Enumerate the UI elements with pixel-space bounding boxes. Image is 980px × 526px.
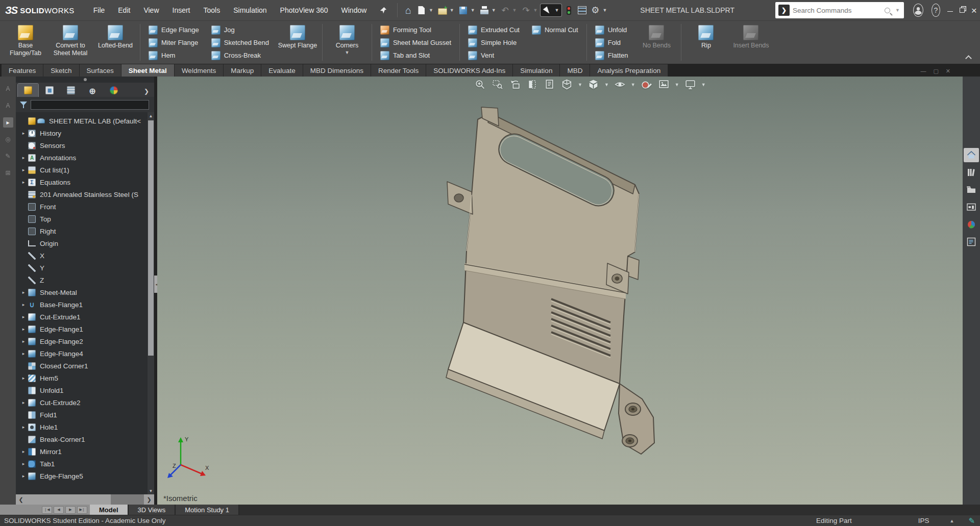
dock-tool-5-icon[interactable]: ✎ — [3, 151, 13, 161]
first-tab-button[interactable]: ❘◀ — [42, 506, 52, 514]
apply-scene-icon[interactable] — [657, 78, 670, 91]
graphics-viewport[interactable]: ▼▼▼▼▼ — [157, 77, 963, 505]
forming-tool-button[interactable]: Forming Tool — [378, 23, 453, 36]
base-flange-tab-button[interactable]: Base Flange/Tab — [3, 22, 48, 64]
sketched-bend-button[interactable]: Sketched Bend — [209, 36, 271, 49]
search-icon[interactable] — [885, 8, 890, 13]
tree-item-cut-extrude1[interactable]: ▸Cut-Extrude1 — [16, 311, 148, 323]
expand-arrow-icon[interactable]: ▸ — [20, 449, 27, 454]
tree-item-cut-list-1[interactable]: ▸Cut list(1) — [16, 164, 148, 176]
tree-item-top[interactable]: Top — [16, 213, 148, 225]
help-button[interactable]: ? — [932, 4, 940, 17]
hscrollbar-track[interactable] — [26, 494, 144, 505]
expand-arrow-icon[interactable]: ▸ — [20, 155, 27, 160]
expand-arrow-icon[interactable]: ▸ — [20, 473, 27, 479]
dropdown-caret-icon[interactable]: ▼ — [512, 8, 517, 13]
dock-tool-3-icon[interactable]: ▸ — [3, 117, 13, 128]
extruded-cut-button[interactable]: Extruded Cut — [466, 23, 522, 36]
tab-evaluate[interactable]: Evaluate — [261, 64, 303, 77]
lofted-bend-button[interactable]: Lofted-Bend — [93, 22, 138, 64]
doc-restore-icon[interactable]: ▢ — [933, 68, 938, 74]
flatten-button[interactable]: Flatten — [593, 49, 630, 62]
tree-item-201-annealed-stainless-steel-s[interactable]: 201 Annealed Stainless Steel (S — [16, 188, 148, 201]
expand-arrow-icon[interactable]: ▸ — [20, 351, 27, 356]
tree-filter-input[interactable] — [31, 100, 149, 110]
undo-button[interactable]: ▼ — [499, 4, 519, 16]
menu-view[interactable]: View — [137, 4, 165, 17]
previous-view-icon[interactable] — [508, 78, 521, 91]
minimize-button[interactable] — [944, 0, 956, 20]
units-caret-icon[interactable]: ▲ — [950, 518, 954, 523]
tab-dimxpert-manager[interactable] — [82, 84, 103, 97]
hide-show-items-icon[interactable] — [614, 78, 626, 91]
tab-analysis-preparation[interactable]: Analysis Preparation — [590, 64, 668, 77]
corners-button[interactable]: Corners▼ — [325, 22, 370, 64]
expand-arrow-icon[interactable]: ▸ — [20, 400, 27, 405]
menu-window[interactable]: Window — [335, 4, 374, 17]
dock-tool-1-icon[interactable]: A — [3, 84, 13, 94]
tab-features[interactable]: Features — [2, 64, 43, 77]
model-left-tab-hole[interactable] — [454, 194, 463, 202]
file-properties-button[interactable] — [576, 4, 588, 16]
tree-item-base-flange1[interactable]: ▸Base-Flange1 — [16, 298, 148, 311]
tab-simulation[interactable]: Simulation — [513, 64, 560, 77]
tree-item-front[interactable]: Front — [16, 201, 148, 213]
home-button[interactable] — [402, 4, 414, 16]
dropdown-caret-icon[interactable]: ▼ — [675, 82, 679, 87]
menu-simulation[interactable]: Simulation — [227, 4, 273, 17]
tab-render-tools[interactable]: Render Tools — [371, 64, 426, 77]
dropdown-caret-icon[interactable]: ▼ — [345, 50, 349, 55]
dropdown-caret-icon[interactable]: ▼ — [450, 8, 454, 13]
tree-item-origin[interactable]: Origin — [16, 237, 148, 249]
expand-arrow-icon[interactable]: ▸ — [20, 314, 27, 319]
previous-tab-button[interactable]: ◀ — [54, 506, 64, 514]
tree-item-sensors[interactable]: Sensors — [16, 139, 148, 152]
tree-item-unfold1[interactable]: Unfold1 — [16, 384, 148, 396]
home-button[interactable] — [964, 148, 979, 162]
last-tab-button[interactable]: ▶❘ — [77, 506, 87, 514]
convert-to-sheet-metal-button[interactable]: Convert to Sheet Metal — [48, 22, 93, 64]
expand-arrow-icon[interactable]: ▸ — [20, 180, 27, 185]
fold-button[interactable]: Fold — [593, 36, 630, 49]
view-orientation-icon[interactable] — [560, 78, 573, 91]
tree-item-break-corner1[interactable]: Break-Corner1 — [16, 433, 148, 445]
normal-cut-button[interactable]: Normal Cut — [530, 23, 580, 36]
tree-item-right[interactable]: Right — [16, 225, 148, 237]
tree-item-edge-flange2[interactable]: ▸Edge-Flange2 — [16, 335, 148, 347]
tree-item-cut-extrude2[interactable]: ▸Cut-Extrude2 — [16, 396, 148, 409]
tree-item-fold1[interactable]: Fold1 — [16, 409, 148, 421]
save-button[interactable]: ▼ — [457, 4, 477, 16]
file-explorer-button[interactable] — [964, 183, 979, 197]
expand-arrow-icon[interactable]: ▸ — [20, 290, 27, 295]
dropdown-caret-icon[interactable]: ▼ — [631, 82, 635, 87]
dropdown-caret-icon[interactable]: ▼ — [554, 8, 559, 13]
dropdown-caret-icon[interactable]: ▼ — [533, 8, 538, 13]
jog-button[interactable]: Jog — [209, 23, 271, 36]
tree-item-hem5[interactable]: ▸Hem5 — [16, 372, 148, 384]
tree-item-sheet-metal-lab-default[interactable]: SHEET METAL LAB (Default< — [16, 115, 148, 127]
swept-flange-button[interactable]: Swept Flange — [275, 22, 320, 64]
tree-item-x[interactable]: X — [16, 249, 148, 262]
tree-item-history[interactable]: ▸History — [16, 127, 148, 139]
zoom-to-area-icon[interactable] — [491, 78, 504, 91]
doc-close-icon[interactable]: ✕ — [946, 68, 950, 74]
design-library-button[interactable] — [964, 165, 979, 180]
tab-3d-views[interactable]: 3D Views — [129, 505, 176, 515]
restore-button[interactable] — [956, 0, 968, 20]
rip-button[interactable]: Rip — [683, 22, 728, 64]
tab-weldments[interactable]: Weldments — [175, 64, 224, 77]
tree-horizontal-scrollbar[interactable]: ❮ ❯ — [16, 494, 154, 505]
hscrollbar-thumb[interactable] — [26, 494, 111, 505]
edge-flange-button[interactable]: Edge Flange — [146, 23, 201, 36]
scrollbar-thumb[interactable] — [148, 120, 154, 356]
tab-configuration-manager[interactable] — [61, 84, 81, 97]
tree-item-y[interactable]: Y — [16, 262, 148, 274]
menu-edit[interactable]: Edit — [111, 4, 137, 17]
dropdown-caret-icon[interactable]: ▼ — [429, 8, 433, 13]
expand-arrow-icon[interactable]: ▸ — [20, 327, 27, 332]
tab-motion-study-1[interactable]: Motion Study 1 — [176, 505, 239, 515]
menu-tools[interactable]: Tools — [197, 4, 227, 17]
tree-item-equations[interactable]: ▸Equations — [16, 176, 148, 188]
dropdown-caret-icon[interactable]: ▼ — [578, 82, 582, 87]
scrollbar-track[interactable] — [148, 119, 154, 487]
